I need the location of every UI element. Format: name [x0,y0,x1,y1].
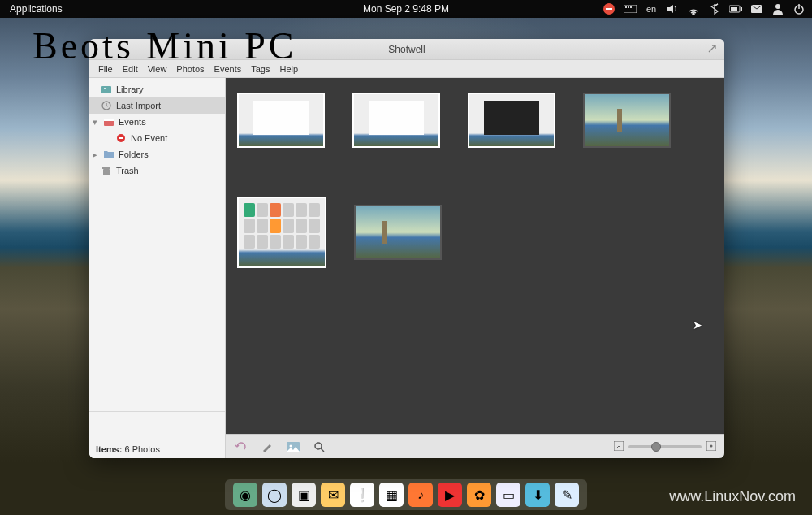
svg-point-9 [775,4,780,9]
menu-edit[interactable]: Edit [119,63,142,76]
status-prefix: Items: [96,444,122,454]
zoom-out-icon[interactable] [614,439,624,454]
svg-line-24 [321,448,324,452]
svg-rect-16 [104,119,114,121]
content-area: ➤ [226,78,724,458]
window-title: Shotwell [388,44,425,55]
dock-notes[interactable]: ❕ [350,483,374,507]
sidebar-item-library[interactable]: Library [89,81,225,97]
zoom-slider[interactable] [614,439,716,454]
svg-rect-20 [103,169,110,175]
enhance-button[interactable] [260,439,274,454]
bottom-toolbar [226,434,724,458]
bluetooth-icon[interactable] [708,2,721,15]
clock[interactable]: Mon Sep 2 9:48 PM [363,3,449,15]
keyboard-icon[interactable] [624,2,637,15]
dock-video[interactable]: ▶ [438,483,462,507]
photo-thumbnail[interactable] [354,205,442,260]
events-icon [103,116,114,128]
folder-icon [103,149,114,160]
notification-icon[interactable] [603,2,615,15]
zoom-track[interactable] [628,445,702,448]
svg-rect-2 [628,6,629,8]
svg-rect-18 [119,137,123,139]
window-maximize-button[interactable] [708,44,718,54]
dock-files[interactable]: ▣ [292,483,316,507]
menu-help[interactable]: Help [276,63,303,76]
svg-point-27 [710,444,713,447]
mouse-cursor: ➤ [693,318,702,331]
svg-rect-12 [102,86,111,93]
shotwell-window: Shotwell File Edit View Photos Events Ta… [89,39,724,458]
sidebar-item-label: Events [119,117,146,127]
photo-thumbnail[interactable] [583,93,671,148]
zoom-knob[interactable] [651,442,661,452]
menu-tags[interactable]: Tags [247,63,274,76]
svg-rect-3 [630,6,632,8]
dock-mail[interactable]: ✉ [321,483,345,507]
dock-text-editor[interactable]: ✎ [555,483,579,507]
rotate-button[interactable] [234,439,248,454]
dock: ◉◯▣✉❕▦♪▶✿▭⬇✎ [225,479,587,510]
svg-point-22 [290,444,292,447]
zoom-in-icon[interactable] [706,439,716,454]
library-icon [101,84,112,95]
sidebar-item-label: No Event [131,133,167,143]
trash-icon [101,165,112,176]
dock-terminal[interactable]: ▭ [496,483,520,507]
chevron-down-icon[interactable]: ▾ [91,117,99,128]
language-indicator[interactable]: en [645,2,658,15]
top-panel: Applications Mon Sep 2 9:48 PM en [0,0,812,18]
svg-point-23 [315,443,322,449]
thumbnail-grid: ➤ [226,78,724,434]
svg-rect-1 [625,6,627,8]
svg-rect-0 [624,5,637,13]
svg-point-13 [104,88,106,89]
status-value: 6 Photos [124,444,159,454]
dock-downloads[interactable]: ⬇ [525,483,550,507]
no-event-icon [115,132,127,144]
photo-thumbnail[interactable] [352,93,440,148]
sidebar-item-label: Library [116,84,144,94]
publish-button[interactable] [286,439,300,454]
battery-icon[interactable] [729,2,742,15]
menu-view[interactable]: View [144,63,171,76]
sidebar-item-last-import[interactable]: Last Import [89,97,225,114]
svg-rect-6 [731,7,737,11]
mail-icon[interactable] [750,2,763,15]
sidebar-item-label: Folders [119,149,149,159]
dock-photos[interactable]: ✿ [467,483,491,507]
volume-icon[interactable] [666,2,679,15]
dock-calendar[interactable]: ▦ [379,483,404,507]
sidebar-item-events[interactable]: ▾ Events [89,114,225,130]
sidebar-item-folders[interactable]: ▸ Folders [89,146,225,162]
clock-icon [101,100,112,111]
applications-menu[interactable]: Applications [10,3,63,15]
dock-web-browser[interactable]: ◉ [233,483,257,507]
sidebar-extra-pane [89,411,225,439]
svg-rect-7 [741,7,742,11]
photo-thumbnail[interactable] [468,93,555,148]
svg-point-4 [693,13,694,15]
photo-thumbnail[interactable] [237,197,326,268]
power-icon[interactable] [793,2,806,15]
svg-rect-19 [102,167,110,169]
menu-events[interactable]: Events [210,63,246,76]
chevron-right-icon[interactable]: ▸ [91,149,99,160]
dock-music[interactable]: ♪ [408,483,433,507]
photo-thumbnail[interactable] [237,93,325,148]
sidebar-item-no-event[interactable]: No Event [89,130,225,146]
find-button[interactable] [312,439,326,454]
dock-chromium[interactable]: ◯ [262,483,287,507]
sidebar-item-label: Trash [116,166,139,175]
user-icon[interactable] [771,2,784,15]
menubar: File Edit View Photos Events Tags Help [89,60,724,78]
menu-photos[interactable]: Photos [172,63,208,76]
network-icon[interactable] [687,2,700,15]
window-titlebar[interactable]: Shotwell [89,39,724,60]
sidebar: Library Last Import ▾ Events No Event ▸ [89,78,226,458]
system-tray: en [603,2,806,15]
sidebar-tree: Library Last Import ▾ Events No Event ▸ [89,78,225,411]
menu-file[interactable]: File [94,63,117,76]
sidebar-item-trash[interactable]: Trash [89,162,225,179]
